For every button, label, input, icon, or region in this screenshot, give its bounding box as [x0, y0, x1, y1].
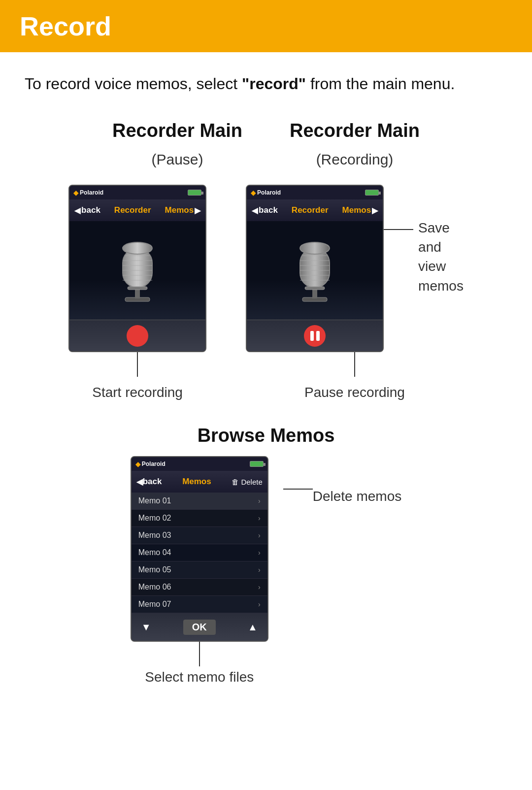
device-recording-mic-area — [247, 221, 383, 320]
delete-label: Delete — [241, 478, 262, 486]
back-arrow-recording: ◀ — [252, 206, 258, 215]
memos-arrow-recording: ▶ — [372, 206, 378, 215]
browse-memos-title: Browse Memos — [0, 425, 532, 446]
device-recording-title-block: Recorder Main (Recording) — [286, 120, 424, 175]
device-pause-screen: ◆ Polaroid ◀ back Recorder Memos ▶ — [68, 185, 206, 352]
memo-item-2[interactable]: Memo 02 › — [132, 510, 267, 527]
back-arrow-pause: ◀ — [74, 206, 80, 215]
browse-device-wrapper: ◆ Polaroid ◀ back Memos 🗑 Delete — [0, 456, 532, 685]
browse-brand-text: Polaroid — [142, 461, 166, 467]
back-label-recording: back — [259, 205, 278, 215]
battery-recording — [365, 190, 379, 196]
svg-rect-13 — [128, 287, 147, 290]
device-recording-screen: ◆ Polaroid ◀ back Recorder Memos ▶ — [246, 185, 384, 352]
brand-text-recording: Polaroid — [257, 189, 281, 196]
device-pause-topbar: ◆ Polaroid — [69, 186, 205, 199]
ok-arrow-down-icon[interactable]: ▼ — [141, 622, 151, 633]
nav-memos-pause[interactable]: Memos ▶ — [165, 205, 201, 215]
memos-label-recording: Memos — [342, 205, 371, 215]
browse-navbar: ◀ back Memos 🗑 Delete — [132, 471, 267, 493]
memo-item-5[interactable]: Memo 05 › — [132, 561, 267, 579]
recorder-pause-subtitle: (Pause) — [108, 151, 246, 168]
recorder-pause-title: Recorder Main — [108, 120, 246, 141]
device-pause-mic-area — [69, 221, 205, 320]
browse-back-arrow: ◀ — [136, 477, 143, 487]
device-recording-controls — [247, 320, 383, 351]
device-recording-col: ◆ Polaroid ◀ back Recorder Memos ▶ — [246, 185, 464, 400]
memo-item-5-label: Memo 05 — [138, 565, 171, 574]
trash-icon: 🗑 — [232, 478, 239, 486]
memo-item-1[interactable]: Memo 01 › — [132, 493, 267, 510]
pause-button[interactable] — [304, 325, 326, 347]
memo-item-2-label: Memo 02 — [138, 514, 171, 523]
memo-item-1-label: Memo 01 — [138, 496, 171, 505]
nav-memos-recording[interactable]: Memos ▶ — [342, 205, 378, 215]
nav-back-pause[interactable]: ◀ back — [74, 205, 100, 215]
device-pause-navbar: ◀ back Recorder Memos ▶ — [69, 199, 205, 221]
save-view-callout-wrapper: Saveandviewmemos — [384, 218, 464, 296]
nav-recorder-pause: Recorder — [105, 205, 160, 215]
microphone-pause-icon — [110, 233, 165, 307]
save-view-callout-line — [384, 229, 413, 230]
memo-item-3[interactable]: Memo 03 › — [132, 527, 267, 544]
start-recording-label: Start recording — [92, 385, 183, 400]
memo-item-6[interactable]: Memo 06 › — [132, 579, 267, 596]
device-pause-col: ◆ Polaroid ◀ back Recorder Memos ▶ — [68, 185, 206, 400]
pause-connector-line — [137, 352, 138, 377]
memo-item-2-chevron: › — [258, 514, 261, 522]
browse-connector-line — [199, 642, 200, 666]
browse-brand: ◆ Polaroid — [135, 461, 166, 468]
browse-brand-diamond: ◆ — [135, 461, 140, 468]
pause-bar-left — [310, 331, 314, 341]
browse-topbar: ◆ Polaroid — [132, 457, 267, 471]
save-view-callout-text: Saveandviewmemos — [418, 218, 464, 296]
brand-diamond-pause: ◆ — [73, 189, 78, 197]
device-recording-topbar: ◆ Polaroid — [247, 186, 383, 199]
memos-arrow-pause: ▶ — [195, 206, 200, 215]
select-memo-label: Select memo files — [145, 669, 254, 685]
brand-diamond-recording: ◆ — [251, 189, 256, 197]
pause-bar-right — [316, 331, 320, 341]
recorder-recording-title: Recorder Main — [286, 120, 424, 141]
memo-item-3-chevron: › — [258, 531, 261, 539]
browse-back-label: back — [143, 477, 162, 487]
page-header: Record — [0, 0, 532, 52]
page-title: Record — [20, 11, 512, 41]
intro-text: To record voice memos, select "record" f… — [0, 52, 532, 105]
browse-nav-memos: Memos — [166, 477, 228, 487]
devices-row: ◆ Polaroid ◀ back Recorder Memos ▶ — [0, 180, 532, 400]
pause-recording-label: Pause recording — [304, 385, 405, 400]
nav-recorder-recording: Recorder — [283, 205, 337, 215]
memo-item-6-label: Memo 06 — [138, 583, 171, 592]
recording-connector-line — [354, 352, 355, 377]
brand-pause: ◆ Polaroid — [73, 189, 103, 197]
brand-recording: ◆ Polaroid — [251, 189, 281, 197]
device-recording-with-callout: ◆ Polaroid ◀ back Recorder Memos ▶ — [246, 185, 464, 352]
memo-item-6-chevron: › — [258, 583, 261, 591]
record-button[interactable] — [127, 325, 148, 347]
memo-item-7[interactable]: Memo 07 › — [132, 596, 267, 613]
browse-battery — [250, 461, 264, 467]
memo-item-4[interactable]: Memo 04 › — [132, 544, 267, 561]
memo-item-4-chevron: › — [258, 549, 261, 557]
memo-item-4-label: Memo 04 — [138, 548, 171, 557]
memos-label-pause: Memos — [165, 205, 194, 215]
memo-item-7-label: Memo 07 — [138, 600, 171, 609]
devices-titles-row: Recorder Main (Pause) Recorder Main (Rec… — [0, 105, 532, 180]
device-pause-controls — [69, 320, 205, 351]
device-recording-navbar: ◀ back Recorder Memos ▶ — [247, 199, 383, 221]
browse-screen: ◆ Polaroid ◀ back Memos 🗑 Delete — [131, 456, 268, 642]
delete-callout-line — [283, 489, 313, 490]
intro-suffix: from the main menu. — [306, 75, 455, 93]
ok-button[interactable]: OK — [183, 620, 216, 635]
browse-nav-delete[interactable]: 🗑 Delete — [232, 478, 262, 486]
svg-point-12 — [123, 242, 152, 254]
browse-nav-back[interactable]: ◀ back — [136, 477, 162, 487]
ok-bar: ▼ OK ▲ — [132, 613, 267, 641]
delete-callout-text: Delete memos — [313, 489, 402, 504]
microphone-recording-icon — [288, 233, 342, 307]
back-label-pause: back — [81, 205, 100, 215]
nav-back-recording[interactable]: ◀ back — [252, 205, 278, 215]
ok-arrow-up-icon[interactable]: ▲ — [248, 622, 258, 633]
intro-prefix: To record voice memos, select — [25, 75, 242, 93]
